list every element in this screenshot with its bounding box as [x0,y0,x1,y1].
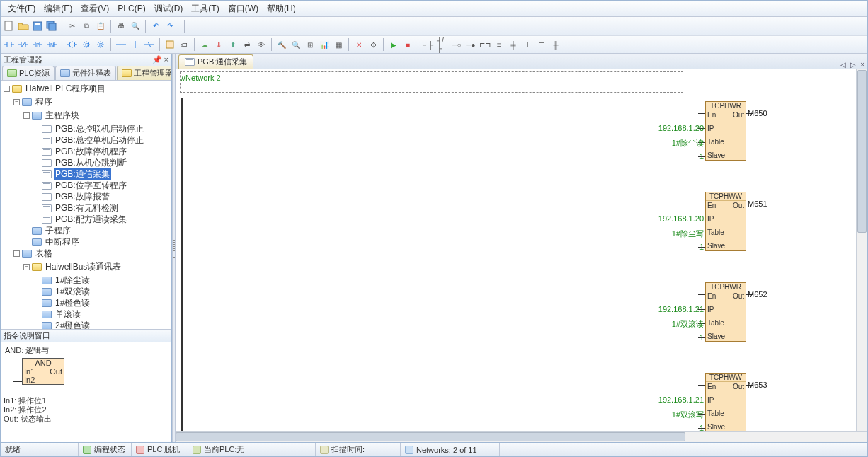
function-block[interactable]: TCPHWWEnOutIPTableSlaveM651192.168.1.201… [705,192,746,251]
horizontal-scrollbar[interactable] [176,431,867,442]
menu-file[interactable]: 文件(F) [4,1,40,16]
find-icon[interactable]: 🔍 [290,39,302,50]
ld-icon-9[interactable]: ⊤ [536,39,547,50]
download-icon[interactable]: ⬇ [213,39,224,50]
monitor-icon[interactable]: 👁 [256,39,267,50]
contact-p-icon[interactable]: P [32,39,43,50]
tree-table-item[interactable]: 1#双滚读 [33,286,116,297]
ld-icon-8[interactable]: ⊥ [522,39,533,50]
new-icon[interactable] [4,21,15,32]
open-icon[interactable] [18,21,29,32]
menu-debug[interactable]: 调试(D) [150,1,188,16]
tool-a-icon[interactable]: ⚙ [367,39,379,50]
coil-reset-icon[interactable]: R [95,39,106,50]
tab-plc-resources[interactable]: PLC资源 [2,66,55,80]
doc-tab-active[interactable]: PGB:通信采集 [178,54,253,69]
pin-icon[interactable]: 📌 [152,55,162,64]
ld-icon-4[interactable]: ─● [465,39,476,50]
run-icon[interactable]: ▶ [388,39,399,50]
tree-sub[interactable]: 子程序 [44,225,72,236]
menu-tools[interactable]: 工具(T) [187,1,223,16]
tree-pgb-item[interactable]: PGB:位字互转程序 [33,180,145,191]
hline-icon[interactable] [115,39,127,50]
function-block[interactable]: TCPHWREnOutIPTableSlaveM652192.168.1.211… [705,282,746,342]
xref-icon[interactable]: ⊞ [304,39,316,50]
tree-pgb-item[interactable]: PGB:总控联机启动停止 [33,123,145,134]
preview-icon[interactable]: 🔍 [130,21,141,32]
svg-text:S: S [85,42,88,47]
chart-icon[interactable]: 📊 [319,39,330,50]
tree-bus[interactable]: HaiwellBus读通讯表 [44,261,122,272]
vertical-scrollbar[interactable] [856,69,867,431]
tab-comment-table[interactable]: 元件注释表 [55,66,116,80]
coil-set-icon[interactable]: S [81,39,92,50]
network-label: //Network 2 [181,74,221,82]
cut-icon[interactable]: ✂ [67,21,78,32]
redo-icon[interactable]: ↷ [164,21,176,32]
tab-nav-left-icon[interactable]: ◁ [840,61,846,69]
paste-icon[interactable]: 📋 [95,21,106,32]
ld-icon-7[interactable]: ╪ [508,39,519,50]
contact-n-icon[interactable]: N [46,39,57,50]
menu-window[interactable]: 窗口(W) [224,1,263,16]
tree-pgb-item[interactable]: PGB:配方通读采集 [33,214,145,225]
tree-interrupt[interactable]: 中断程序 [44,236,81,248]
tab-nav-right-icon[interactable]: ▷ [850,61,856,69]
saveall-icon[interactable] [46,21,57,32]
tree-pgb-item[interactable]: PGB:故障报警 [33,191,145,202]
tree-table-item[interactable]: 2#橙色读 [33,320,116,329]
compile-icon[interactable]: 🔨 [276,39,287,50]
status-plc-off: PLC 脱机 [147,444,180,455]
tree-pgb-item[interactable]: PGB:通信采集 [33,168,145,180]
ld-icon-3[interactable]: ─○ [451,39,462,50]
menu-view[interactable]: 查看(V) [76,1,113,16]
ladder-canvas[interactable]: //Network 2 TCPHWREnOutIPTableSlaveM6501… [176,69,867,431]
close-icon[interactable]: × [164,55,169,64]
tree-pgb-item[interactable]: PGB:从机心跳判断 [33,157,145,168]
contact-nc-icon[interactable] [18,39,29,50]
label-icon[interactable]: 🏷 [178,39,190,50]
tree-pgb-item[interactable]: PGB:有无料检测 [33,202,145,214]
project-manager-title: 工程管理器 📌 × [1,54,171,66]
undo-icon[interactable]: ↶ [150,21,161,32]
tree-root[interactable]: Haiwell PLC程序项目 [24,83,107,94]
delete-icon[interactable]: ✕ [353,39,365,50]
table-icon[interactable]: ▦ [333,39,344,50]
stop-icon[interactable]: ■ [402,39,413,50]
tree-table-item[interactable]: 1#除尘读 [33,274,116,286]
project-tree[interactable]: −Haiwell PLC程序项目 −程序 −主程序块 PGB:总控联机启动停止P… [1,81,171,329]
ld-icon-1[interactable]: ┤├ [423,39,434,50]
fb-ip-label: 192.168.1.20 [658,214,704,223]
tree-main-block[interactable]: 主程序块 [44,110,81,121]
ld-icon-10[interactable]: ╫ [550,39,561,50]
tree-program[interactable]: 程序 [34,96,54,108]
save-icon[interactable] [32,21,43,32]
ld-icon-2[interactable]: ┤/├ [437,39,448,50]
tree-table-item[interactable]: 单滚读 [33,308,116,320]
tab-close-icon[interactable]: × [860,61,864,69]
coil-icon[interactable] [67,39,78,50]
tree-tables[interactable]: 表格 [34,248,54,259]
toolbar-main: ✂ ⧉ 📋 🖶 🔍 ↶ ↷ [1,17,867,35]
not-icon[interactable] [144,39,155,50]
function-block[interactable]: TCPHWREnOutIPTableSlaveM650192.168.1.201… [705,101,746,161]
tree-pgb-item[interactable]: PGB:总控单机启动停止 [33,134,145,146]
copy-icon[interactable]: ⧉ [81,21,92,32]
fb-icon[interactable] [164,39,176,50]
fb-table-label: 1#除尘写 [672,228,704,239]
menu-plc[interactable]: PLC(P) [113,2,149,15]
ld-icon-5[interactable]: ⊏⊐ [479,39,491,50]
contact-no-icon[interactable] [4,39,15,50]
ld-icon-6[interactable]: ≡ [493,39,505,50]
function-block[interactable]: TCPHWWEnOutIPTableSlaveM653192.168.1.211… [705,373,746,431]
tree-table-item[interactable]: 1#橙色读 [33,297,116,308]
cloud-icon[interactable]: ☁ [199,39,210,50]
compare-icon[interactable]: ⇄ [241,39,253,50]
upload-icon[interactable]: ⬆ [227,39,239,50]
menu-help[interactable]: 帮助(H) [263,1,300,16]
print-icon[interactable]: 🖶 [115,21,127,32]
tab-project-manager[interactable]: 工程管理器 [117,66,171,80]
menu-edit[interactable]: 编辑(E) [40,1,76,16]
tree-pgb-item[interactable]: PGB:故障停机程序 [33,146,145,157]
vline-icon[interactable] [130,39,141,50]
